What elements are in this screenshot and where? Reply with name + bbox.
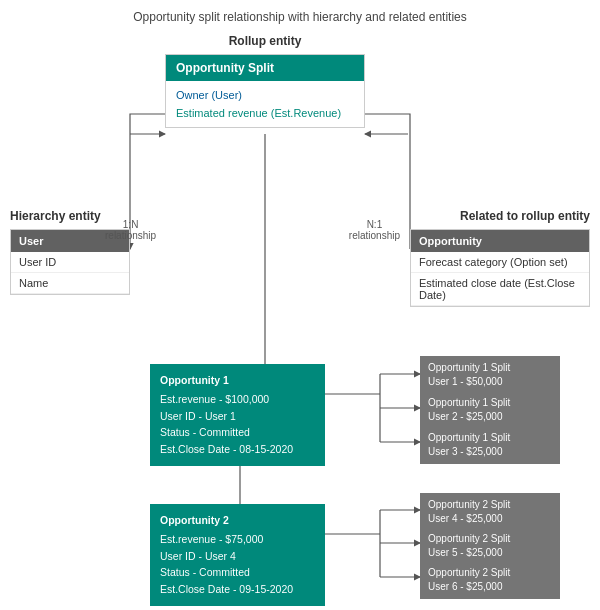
- split1-box-1: Opportunity 1 Split User 2 - $25,000: [420, 391, 560, 429]
- split2-2-line2: User 6 - $25,000: [428, 580, 552, 594]
- opp1-field2: Status - Committed: [160, 424, 315, 441]
- hierarchy-label: Hierarchy entity: [10, 209, 101, 223]
- split2-box-1: Opportunity 2 Split User 5 - $25,000: [420, 527, 560, 565]
- hierarchy-entity-body: User ID Name: [11, 252, 129, 294]
- opportunity1-box: Opportunity 1 Est.revenue - $100,000 Use…: [150, 364, 325, 466]
- opp2-field0: Est.revenue - $75,000: [160, 531, 315, 548]
- rollup-entity-box: Opportunity Split Owner (User) Estimated…: [165, 54, 365, 128]
- related-field-forecast: Forecast category (Option set): [411, 252, 589, 273]
- rel-1n-text: 1:N: [105, 219, 156, 230]
- opp1-field1: User ID - User 1: [160, 408, 315, 425]
- rel-1n-label: 1:N relationship: [105, 219, 156, 241]
- rel-n1-text: N:1: [349, 219, 400, 230]
- related-entity-box: Opportunity Forecast category (Option se…: [410, 229, 590, 307]
- rollup-field-estrev: Estimated revenue (Est.Revenue): [176, 104, 354, 122]
- related-entity-body: Forecast category (Option set) Estimated…: [411, 252, 589, 306]
- split2-box-0: Opportunity 2 Split User 4 - $25,000: [420, 493, 560, 531]
- page-title: Opportunity split relationship with hier…: [10, 10, 590, 24]
- opp2-field3: Est.Close Date - 09-15-2020: [160, 581, 315, 598]
- split2-box-2: Opportunity 2 Split User 6 - $25,000: [420, 561, 560, 599]
- related-label: Related to rollup entity: [460, 209, 590, 223]
- diagram: Rollup entity Opportunity Split Owner (U…: [10, 34, 590, 594]
- split2-0-line1: Opportunity 2 Split: [428, 498, 552, 512]
- split1-2-line2: User 3 - $25,000: [428, 445, 552, 459]
- related-entity-header: Opportunity: [411, 230, 589, 252]
- opp1-field0: Est.revenue - $100,000: [160, 391, 315, 408]
- split1-1-line1: Opportunity 1 Split: [428, 396, 552, 410]
- split1-1-line2: User 2 - $25,000: [428, 410, 552, 424]
- opportunity2-box: Opportunity 2 Est.revenue - $75,000 User…: [150, 504, 325, 606]
- hierarchy-field-name: Name: [11, 273, 129, 294]
- rel-1n-subtext: relationship: [105, 230, 156, 241]
- opp2-title: Opportunity 2: [160, 512, 315, 529]
- rollup-label: Rollup entity: [205, 34, 325, 48]
- rollup-field-owner: Owner (User): [176, 86, 354, 104]
- rollup-entity-body: Owner (User) Estimated revenue (Est.Reve…: [166, 81, 364, 127]
- split1-0-line2: User 1 - $50,000: [428, 375, 552, 389]
- split2-2-line1: Opportunity 2 Split: [428, 566, 552, 580]
- related-field-closedate: Estimated close date (Est.Close Date): [411, 273, 589, 306]
- split2-1-line1: Opportunity 2 Split: [428, 532, 552, 546]
- split1-2-line1: Opportunity 1 Split: [428, 431, 552, 445]
- split1-box-0: Opportunity 1 Split User 1 - $50,000: [420, 356, 560, 394]
- opp2-field2: Status - Committed: [160, 564, 315, 581]
- opp1-field3: Est.Close Date - 08-15-2020: [160, 441, 315, 458]
- page-container: Opportunity split relationship with hier…: [0, 0, 600, 610]
- rel-n1-label: N:1 relationship: [349, 219, 400, 241]
- split2-1-line2: User 5 - $25,000: [428, 546, 552, 560]
- split2-0-line2: User 4 - $25,000: [428, 512, 552, 526]
- rel-n1-subtext: relationship: [349, 230, 400, 241]
- hierarchy-field-userid: User ID: [11, 252, 129, 273]
- split1-box-2: Opportunity 1 Split User 3 - $25,000: [420, 426, 560, 464]
- split1-0-line1: Opportunity 1 Split: [428, 361, 552, 375]
- rollup-entity-header: Opportunity Split: [166, 55, 364, 81]
- opp2-field1: User ID - User 4: [160, 548, 315, 565]
- opp1-title: Opportunity 1: [160, 372, 315, 389]
